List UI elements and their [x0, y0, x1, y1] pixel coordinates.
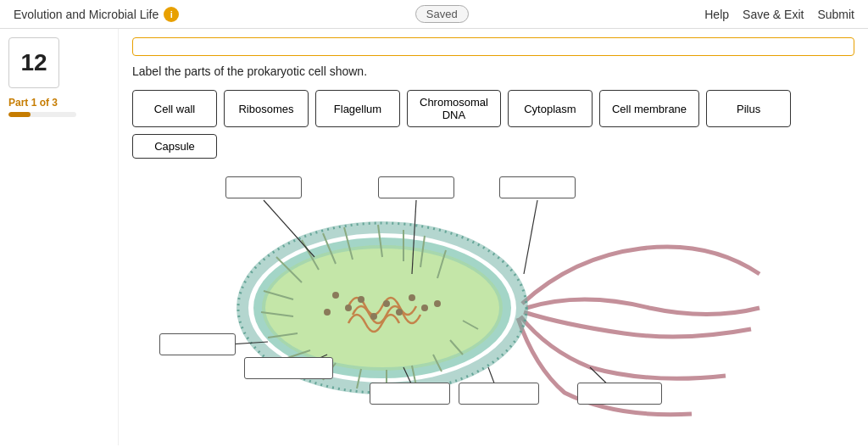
part-label: Part 1 of 3 — [8, 97, 109, 109]
drop-zone-5[interactable] — [244, 357, 333, 379]
drop-zone-7[interactable] — [459, 383, 539, 405]
drop-zone-1[interactable] — [225, 176, 302, 198]
label-btn-flagellum[interactable]: Flagellum — [315, 90, 400, 127]
svg-point-5 — [332, 292, 339, 299]
header-right: Help Save & Exit Submit — [704, 8, 854, 21]
label-buttons: Cell wall Ribosomes Flagellum Chromosoma… — [132, 90, 854, 159]
info-icon[interactable]: i — [164, 7, 179, 22]
svg-point-13 — [324, 309, 331, 316]
header: Evolution and Microbial Life i Saved Hel… — [0, 0, 868, 29]
submit-button[interactable]: Submit — [817, 8, 854, 21]
part-progress-fill — [8, 112, 31, 117]
saved-badge: Saved — [415, 5, 469, 23]
question-text: Label the parts of the prokaryotic cell … — [132, 64, 854, 78]
svg-point-10 — [396, 309, 403, 316]
header-left: Evolution and Microbial Life i — [14, 7, 179, 22]
label-btn-pilus[interactable]: Pilus — [706, 90, 791, 127]
label-btn-cell-wall[interactable]: Cell wall — [132, 90, 217, 127]
label-btn-capsule[interactable]: Capsule — [132, 134, 217, 159]
save-exit-button[interactable]: Save & Exit — [743, 8, 804, 21]
svg-point-8 — [370, 313, 377, 320]
diagram-area — [132, 172, 854, 435]
left-panel: 12 Part 1 of 3 — [0, 29, 119, 445]
drop-zone-6[interactable] — [370, 383, 450, 405]
drop-zone-2[interactable] — [378, 176, 454, 198]
svg-point-6 — [345, 305, 352, 311]
header-center: Saved — [415, 5, 469, 23]
label-btn-cell-membrane[interactable]: Cell membrane — [599, 90, 699, 127]
label-btn-cytoplasm[interactable]: Cytoplasm — [508, 90, 593, 127]
part-progress-bar — [8, 112, 76, 117]
content-area: Label the parts of the prokaryotic cell … — [119, 29, 868, 445]
svg-point-7 — [358, 296, 364, 303]
svg-line-36 — [524, 200, 537, 274]
drop-zone-8[interactable] — [577, 383, 662, 405]
svg-point-14 — [434, 300, 441, 307]
scroll-indicator — [132, 37, 854, 56]
main-container: 12 Part 1 of 3 Label the parts of the pr… — [0, 29, 868, 445]
svg-point-11 — [409, 294, 415, 301]
cell-diagram-svg — [132, 172, 768, 435]
help-button[interactable]: Help — [704, 8, 729, 21]
app-title: Evolution and Microbial Life — [14, 8, 159, 21]
label-btn-chromosomal-dna[interactable]: ChromosomalDNA — [407, 90, 501, 127]
drop-zone-4[interactable] — [159, 333, 236, 355]
drop-zone-3[interactable] — [499, 176, 576, 198]
question-number: 12 — [8, 37, 59, 88]
svg-point-9 — [383, 300, 390, 307]
label-btn-ribosomes[interactable]: Ribosomes — [224, 90, 309, 127]
svg-point-12 — [421, 305, 428, 311]
